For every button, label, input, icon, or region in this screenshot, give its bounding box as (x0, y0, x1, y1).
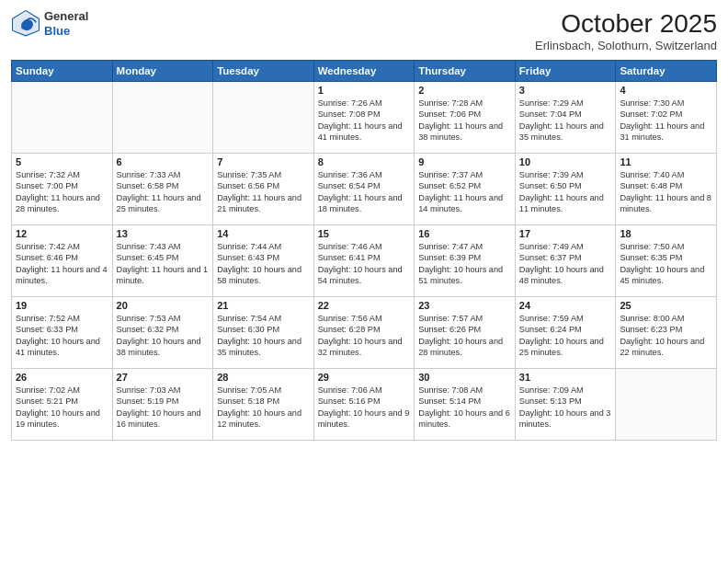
day-number: 28 (217, 372, 310, 383)
day-details: Sunrise: 7:06 AM Sunset: 5:16 PM Dayligh… (318, 385, 411, 431)
table-row: 18Sunrise: 7:50 AM Sunset: 6:35 PM Dayli… (616, 225, 717, 297)
table-row (616, 369, 717, 441)
col-thursday: Thursday (415, 61, 516, 82)
table-row: 24Sunrise: 7:59 AM Sunset: 6:24 PM Dayli… (515, 297, 616, 369)
day-number: 1 (318, 85, 411, 96)
table-row: 30Sunrise: 7:08 AM Sunset: 5:14 PM Dayli… (415, 369, 516, 441)
day-number: 3 (519, 85, 612, 96)
table-row: 9Sunrise: 7:37 AM Sunset: 6:52 PM Daylig… (415, 154, 516, 225)
location: Erlinsbach, Solothurn, Switzerland (535, 39, 717, 52)
table-row (213, 82, 314, 154)
day-details: Sunrise: 7:43 AM Sunset: 6:45 PM Dayligh… (117, 241, 210, 287)
table-row: 28Sunrise: 7:05 AM Sunset: 5:18 PM Dayli… (213, 369, 314, 441)
day-details: Sunrise: 7:54 AM Sunset: 6:30 PM Dayligh… (217, 313, 310, 359)
table-row: 8Sunrise: 7:36 AM Sunset: 6:54 PM Daylig… (313, 154, 415, 225)
calendar: Sunday Monday Tuesday Wednesday Thursday… (11, 60, 717, 441)
table-row: 26Sunrise: 7:02 AM Sunset: 5:21 PM Dayli… (12, 369, 113, 441)
day-number: 7 (217, 156, 310, 167)
table-row: 14Sunrise: 7:44 AM Sunset: 6:43 PM Dayli… (213, 225, 314, 297)
calendar-header-row: Sunday Monday Tuesday Wednesday Thursday… (12, 61, 717, 82)
col-tuesday: Tuesday (213, 61, 314, 82)
table-row: 17Sunrise: 7:49 AM Sunset: 6:37 PM Dayli… (515, 225, 616, 297)
day-details: Sunrise: 7:30 AM Sunset: 7:02 PM Dayligh… (620, 98, 712, 144)
logo-icon (11, 9, 40, 39)
day-number: 20 (117, 300, 210, 311)
logo: General Blue (11, 9, 88, 39)
day-number: 27 (117, 372, 210, 383)
day-number: 16 (418, 228, 511, 239)
table-row: 20Sunrise: 7:53 AM Sunset: 6:32 PM Dayli… (112, 297, 213, 369)
day-details: Sunrise: 7:42 AM Sunset: 6:46 PM Dayligh… (16, 241, 108, 287)
day-number: 9 (418, 156, 511, 167)
table-row: 4Sunrise: 7:30 AM Sunset: 7:02 PM Daylig… (616, 82, 717, 154)
day-details: Sunrise: 7:37 AM Sunset: 6:52 PM Dayligh… (418, 169, 511, 215)
col-sunday: Sunday (12, 61, 113, 82)
day-details: Sunrise: 7:49 AM Sunset: 6:37 PM Dayligh… (519, 241, 612, 287)
page-header: General Blue October 2025 Erlinsbach, So… (11, 9, 717, 52)
day-number: 4 (620, 85, 712, 96)
day-number: 22 (318, 300, 411, 311)
day-details: Sunrise: 7:40 AM Sunset: 6:48 PM Dayligh… (620, 169, 712, 215)
day-number: 30 (418, 372, 511, 383)
day-number: 13 (117, 228, 210, 239)
day-number: 11 (620, 156, 712, 167)
table-row: 25Sunrise: 8:00 AM Sunset: 6:23 PM Dayli… (616, 297, 717, 369)
day-number: 31 (519, 372, 612, 383)
table-row: 5Sunrise: 7:32 AM Sunset: 7:00 PM Daylig… (12, 154, 113, 225)
table-row: 13Sunrise: 7:43 AM Sunset: 6:45 PM Dayli… (112, 225, 213, 297)
day-details: Sunrise: 7:57 AM Sunset: 6:26 PM Dayligh… (418, 313, 511, 359)
day-number: 15 (318, 228, 411, 239)
day-details: Sunrise: 7:02 AM Sunset: 5:21 PM Dayligh… (16, 385, 108, 431)
table-row: 6Sunrise: 7:33 AM Sunset: 6:58 PM Daylig… (112, 154, 213, 225)
day-number: 26 (16, 372, 108, 383)
calendar-week-row: 5Sunrise: 7:32 AM Sunset: 7:00 PM Daylig… (12, 154, 717, 225)
day-details: Sunrise: 7:03 AM Sunset: 5:19 PM Dayligh… (117, 385, 210, 431)
day-details: Sunrise: 7:47 AM Sunset: 6:39 PM Dayligh… (418, 241, 511, 287)
calendar-week-row: 1Sunrise: 7:26 AM Sunset: 7:08 PM Daylig… (12, 82, 717, 154)
day-number: 29 (318, 372, 411, 383)
logo-general: General (44, 9, 88, 23)
table-row: 12Sunrise: 7:42 AM Sunset: 6:46 PM Dayli… (12, 225, 113, 297)
day-details: Sunrise: 7:05 AM Sunset: 5:18 PM Dayligh… (217, 385, 310, 431)
table-row: 22Sunrise: 7:56 AM Sunset: 6:28 PM Dayli… (313, 297, 415, 369)
day-details: Sunrise: 7:33 AM Sunset: 6:58 PM Dayligh… (117, 169, 210, 215)
table-row: 31Sunrise: 7:09 AM Sunset: 5:13 PM Dayli… (515, 369, 616, 441)
day-details: Sunrise: 7:53 AM Sunset: 6:32 PM Dayligh… (117, 313, 210, 359)
table-row (112, 82, 213, 154)
day-details: Sunrise: 7:08 AM Sunset: 5:14 PM Dayligh… (418, 385, 511, 431)
day-details: Sunrise: 7:36 AM Sunset: 6:54 PM Dayligh… (318, 169, 411, 215)
day-details: Sunrise: 7:32 AM Sunset: 7:00 PM Dayligh… (16, 169, 108, 215)
table-row: 15Sunrise: 7:46 AM Sunset: 6:41 PM Dayli… (313, 225, 415, 297)
table-row: 2Sunrise: 7:28 AM Sunset: 7:06 PM Daylig… (415, 82, 516, 154)
table-row: 7Sunrise: 7:35 AM Sunset: 6:56 PM Daylig… (213, 154, 314, 225)
col-friday: Friday (515, 61, 616, 82)
day-details: Sunrise: 8:00 AM Sunset: 6:23 PM Dayligh… (620, 313, 712, 359)
col-saturday: Saturday (616, 61, 717, 82)
day-details: Sunrise: 7:52 AM Sunset: 6:33 PM Dayligh… (16, 313, 108, 359)
table-row: 23Sunrise: 7:57 AM Sunset: 6:26 PM Dayli… (415, 297, 516, 369)
day-number: 25 (620, 300, 712, 311)
col-monday: Monday (112, 61, 213, 82)
calendar-week-row: 26Sunrise: 7:02 AM Sunset: 5:21 PM Dayli… (12, 369, 717, 441)
day-details: Sunrise: 7:59 AM Sunset: 6:24 PM Dayligh… (519, 313, 612, 359)
day-number: 23 (418, 300, 511, 311)
calendar-week-row: 19Sunrise: 7:52 AM Sunset: 6:33 PM Dayli… (12, 297, 717, 369)
day-number: 5 (16, 156, 108, 167)
day-details: Sunrise: 7:50 AM Sunset: 6:35 PM Dayligh… (620, 241, 712, 287)
logo-text: General Blue (44, 9, 88, 38)
day-details: Sunrise: 7:26 AM Sunset: 7:08 PM Dayligh… (318, 98, 411, 144)
day-details: Sunrise: 7:09 AM Sunset: 5:13 PM Dayligh… (519, 385, 612, 431)
day-number: 21 (217, 300, 310, 311)
day-number: 8 (318, 156, 411, 167)
day-number: 2 (418, 85, 511, 96)
day-details: Sunrise: 7:44 AM Sunset: 6:43 PM Dayligh… (217, 241, 310, 287)
table-row: 16Sunrise: 7:47 AM Sunset: 6:39 PM Dayli… (415, 225, 516, 297)
day-number: 18 (620, 228, 712, 239)
day-number: 19 (16, 300, 108, 311)
day-number: 6 (117, 156, 210, 167)
day-details: Sunrise: 7:56 AM Sunset: 6:28 PM Dayligh… (318, 313, 411, 359)
day-number: 14 (217, 228, 310, 239)
table-row: 11Sunrise: 7:40 AM Sunset: 6:48 PM Dayli… (616, 154, 717, 225)
day-number: 12 (16, 228, 108, 239)
title-block: October 2025 Erlinsbach, Solothurn, Swit… (535, 9, 717, 52)
